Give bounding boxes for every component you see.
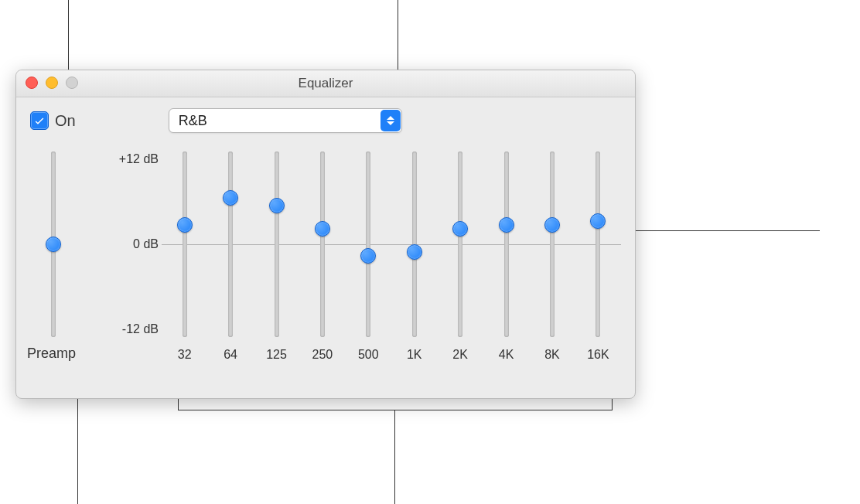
band-thumb-125[interactable] xyxy=(269,198,285,213)
band-thumb-32[interactable] xyxy=(177,217,193,233)
band-slider-125[interactable] xyxy=(275,152,279,337)
band-8K: 8K xyxy=(529,141,575,373)
band-label-64: 64 xyxy=(207,348,253,362)
scale-bottom: -12 dB xyxy=(122,322,159,336)
check-icon xyxy=(33,114,46,127)
select-arrow[interactable] xyxy=(381,110,401,131)
band-250: 250 xyxy=(299,141,345,373)
chevron-up-icon xyxy=(387,116,394,120)
band-slider-2K[interactable] xyxy=(458,152,462,337)
band-thumb-4K[interactable] xyxy=(499,217,514,233)
preamp-column: Preamp xyxy=(30,141,77,373)
preset-selected-value: R&B xyxy=(169,109,380,132)
band-slider-250[interactable] xyxy=(320,152,325,337)
band-2K: 2K xyxy=(437,141,483,373)
band-500: 500 xyxy=(346,141,391,373)
bands-column: 32641252505001K2K4K8K16K xyxy=(162,141,621,373)
band-thumb-250[interactable] xyxy=(315,221,330,237)
band-thumb-1K[interactable] xyxy=(407,244,422,260)
content-area: On R&B Preamp xyxy=(16,97,635,399)
band-label-1K: 1K xyxy=(391,348,437,362)
band-label-4K: 4K xyxy=(483,348,529,362)
equalizer-window: Equalizer On R&B xyxy=(15,70,636,399)
callout-leader-bands xyxy=(394,410,395,504)
on-checkbox[interactable]: On xyxy=(30,111,76,130)
band-slider-500[interactable] xyxy=(366,152,370,337)
callout-leader-slider xyxy=(619,230,820,231)
scale-mid: 0 dB xyxy=(133,237,159,251)
preamp-thumb[interactable] xyxy=(46,237,61,252)
band-slider-32[interactable] xyxy=(183,152,187,337)
band-16K: 16K xyxy=(575,141,621,373)
on-label: On xyxy=(55,112,76,130)
band-label-16K: 16K xyxy=(575,348,621,362)
band-label-32: 32 xyxy=(162,348,207,362)
band-4K: 4K xyxy=(483,141,529,373)
top-row: On R&B xyxy=(30,108,621,133)
band-125: 125 xyxy=(254,141,299,373)
band-slider-1K[interactable] xyxy=(412,152,417,337)
band-thumb-16K[interactable] xyxy=(590,213,606,229)
band-32: 32 xyxy=(162,141,207,373)
band-slider-64[interactable] xyxy=(228,152,233,337)
band-label-250: 250 xyxy=(299,348,345,362)
band-64: 64 xyxy=(207,141,253,373)
canvas: Equalizer On R&B xyxy=(0,0,860,504)
band-1K: 1K xyxy=(391,141,437,373)
checkbox-box[interactable] xyxy=(30,111,49,130)
band-thumb-500[interactable] xyxy=(360,248,376,264)
preamp-label: Preamp xyxy=(27,346,76,362)
scale-top: +12 dB xyxy=(119,152,159,166)
titlebar[interactable]: Equalizer xyxy=(16,70,635,97)
eq-area: Preamp +12 dB 0 dB -12 dB 32641252505001… xyxy=(30,141,621,373)
window-title: Equalizer xyxy=(16,70,635,97)
band-slider-4K[interactable] xyxy=(504,152,509,337)
band-thumb-2K[interactable] xyxy=(452,221,468,237)
band-label-500: 500 xyxy=(346,348,391,362)
band-label-2K: 2K xyxy=(437,348,483,362)
band-thumb-64[interactable] xyxy=(223,190,238,206)
band-thumb-8K[interactable] xyxy=(544,217,560,233)
band-slider-8K[interactable] xyxy=(550,152,555,337)
band-slider-16K[interactable] xyxy=(596,152,600,337)
band-label-125: 125 xyxy=(254,348,299,362)
preset-select[interactable]: R&B xyxy=(169,108,402,133)
band-label-8K: 8K xyxy=(529,348,575,362)
scale-column: +12 dB 0 dB -12 dB xyxy=(77,141,162,373)
preamp-slider[interactable] xyxy=(51,152,56,337)
chevron-down-icon xyxy=(387,121,394,125)
